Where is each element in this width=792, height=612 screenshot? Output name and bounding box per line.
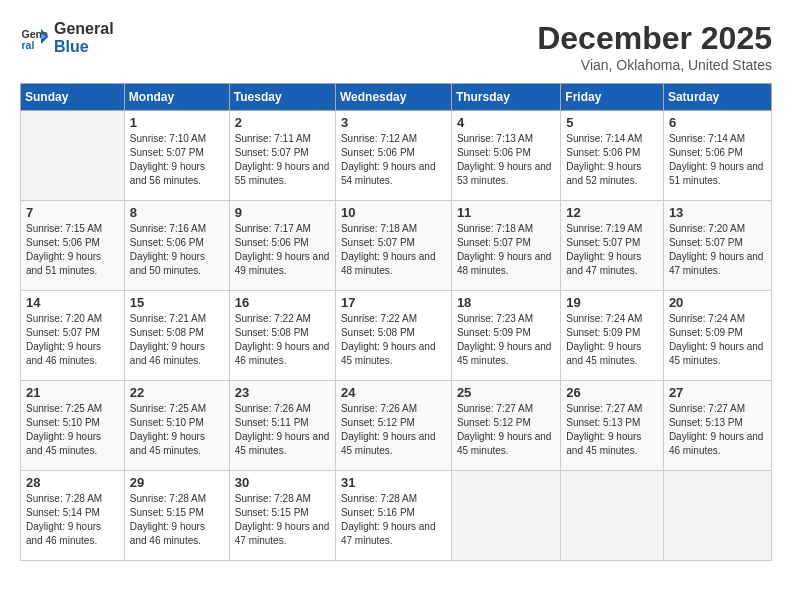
week-row-2: 7Sunrise: 7:15 AMSunset: 5:06 PMDaylight… [21, 201, 772, 291]
day-info: Sunrise: 7:18 AMSunset: 5:07 PMDaylight:… [457, 222, 555, 278]
calendar-cell: 16Sunrise: 7:22 AMSunset: 5:08 PMDayligh… [229, 291, 335, 381]
day-info: Sunrise: 7:19 AMSunset: 5:07 PMDaylight:… [566, 222, 658, 278]
calendar-cell: 23Sunrise: 7:26 AMSunset: 5:11 PMDayligh… [229, 381, 335, 471]
day-info: Sunrise: 7:28 AMSunset: 5:15 PMDaylight:… [130, 492, 224, 548]
calendar-cell: 5Sunrise: 7:14 AMSunset: 5:06 PMDaylight… [561, 111, 664, 201]
calendar-cell [21, 111, 125, 201]
day-number: 18 [457, 295, 555, 310]
calendar-cell: 21Sunrise: 7:25 AMSunset: 5:10 PMDayligh… [21, 381, 125, 471]
day-info: Sunrise: 7:17 AMSunset: 5:06 PMDaylight:… [235, 222, 330, 278]
day-info: Sunrise: 7:26 AMSunset: 5:12 PMDaylight:… [341, 402, 446, 458]
calendar-cell: 3Sunrise: 7:12 AMSunset: 5:06 PMDaylight… [335, 111, 451, 201]
day-info: Sunrise: 7:21 AMSunset: 5:08 PMDaylight:… [130, 312, 224, 368]
month-title: December 2025 [537, 20, 772, 57]
day-number: 31 [341, 475, 446, 490]
day-number: 2 [235, 115, 330, 130]
day-number: 8 [130, 205, 224, 220]
day-number: 28 [26, 475, 119, 490]
col-header-monday: Monday [124, 84, 229, 111]
calendar-cell: 2Sunrise: 7:11 AMSunset: 5:07 PMDaylight… [229, 111, 335, 201]
day-info: Sunrise: 7:27 AMSunset: 5:13 PMDaylight:… [566, 402, 658, 458]
calendar-cell [663, 471, 771, 561]
day-number: 27 [669, 385, 766, 400]
day-number: 19 [566, 295, 658, 310]
day-number: 13 [669, 205, 766, 220]
calendar-cell: 18Sunrise: 7:23 AMSunset: 5:09 PMDayligh… [451, 291, 560, 381]
header-row: SundayMondayTuesdayWednesdayThursdayFrid… [21, 84, 772, 111]
page-header: Gene ral General Blue December 2025 Vian… [20, 20, 772, 73]
calendar-cell: 8Sunrise: 7:16 AMSunset: 5:06 PMDaylight… [124, 201, 229, 291]
calendar-cell: 13Sunrise: 7:20 AMSunset: 5:07 PMDayligh… [663, 201, 771, 291]
calendar-cell: 29Sunrise: 7:28 AMSunset: 5:15 PMDayligh… [124, 471, 229, 561]
calendar-cell: 15Sunrise: 7:21 AMSunset: 5:08 PMDayligh… [124, 291, 229, 381]
day-number: 11 [457, 205, 555, 220]
calendar-cell: 26Sunrise: 7:27 AMSunset: 5:13 PMDayligh… [561, 381, 664, 471]
calendar-cell: 9Sunrise: 7:17 AMSunset: 5:06 PMDaylight… [229, 201, 335, 291]
day-info: Sunrise: 7:26 AMSunset: 5:11 PMDaylight:… [235, 402, 330, 458]
calendar-cell: 25Sunrise: 7:27 AMSunset: 5:12 PMDayligh… [451, 381, 560, 471]
day-number: 1 [130, 115, 224, 130]
calendar-cell: 31Sunrise: 7:28 AMSunset: 5:16 PMDayligh… [335, 471, 451, 561]
logo-icon: Gene ral [20, 23, 50, 53]
calendar-cell: 22Sunrise: 7:25 AMSunset: 5:10 PMDayligh… [124, 381, 229, 471]
calendar-cell: 4Sunrise: 7:13 AMSunset: 5:06 PMDaylight… [451, 111, 560, 201]
day-number: 3 [341, 115, 446, 130]
day-info: Sunrise: 7:10 AMSunset: 5:07 PMDaylight:… [130, 132, 224, 188]
col-header-friday: Friday [561, 84, 664, 111]
day-info: Sunrise: 7:14 AMSunset: 5:06 PMDaylight:… [566, 132, 658, 188]
week-row-4: 21Sunrise: 7:25 AMSunset: 5:10 PMDayligh… [21, 381, 772, 471]
day-info: Sunrise: 7:28 AMSunset: 5:15 PMDaylight:… [235, 492, 330, 548]
day-number: 23 [235, 385, 330, 400]
day-info: Sunrise: 7:27 AMSunset: 5:12 PMDaylight:… [457, 402, 555, 458]
calendar-cell: 27Sunrise: 7:27 AMSunset: 5:13 PMDayligh… [663, 381, 771, 471]
day-info: Sunrise: 7:24 AMSunset: 5:09 PMDaylight:… [669, 312, 766, 368]
day-info: Sunrise: 7:25 AMSunset: 5:10 PMDaylight:… [26, 402, 119, 458]
day-number: 22 [130, 385, 224, 400]
day-number: 29 [130, 475, 224, 490]
calendar-cell: 11Sunrise: 7:18 AMSunset: 5:07 PMDayligh… [451, 201, 560, 291]
logo-line1: General [54, 20, 114, 38]
calendar-cell: 17Sunrise: 7:22 AMSunset: 5:08 PMDayligh… [335, 291, 451, 381]
col-header-tuesday: Tuesday [229, 84, 335, 111]
calendar-cell: 6Sunrise: 7:14 AMSunset: 5:06 PMDaylight… [663, 111, 771, 201]
calendar-cell: 1Sunrise: 7:10 AMSunset: 5:07 PMDaylight… [124, 111, 229, 201]
day-info: Sunrise: 7:11 AMSunset: 5:07 PMDaylight:… [235, 132, 330, 188]
day-number: 9 [235, 205, 330, 220]
day-info: Sunrise: 7:18 AMSunset: 5:07 PMDaylight:… [341, 222, 446, 278]
day-number: 20 [669, 295, 766, 310]
day-number: 10 [341, 205, 446, 220]
day-info: Sunrise: 7:22 AMSunset: 5:08 PMDaylight:… [341, 312, 446, 368]
day-info: Sunrise: 7:24 AMSunset: 5:09 PMDaylight:… [566, 312, 658, 368]
day-number: 25 [457, 385, 555, 400]
day-info: Sunrise: 7:23 AMSunset: 5:09 PMDaylight:… [457, 312, 555, 368]
day-info: Sunrise: 7:12 AMSunset: 5:06 PMDaylight:… [341, 132, 446, 188]
day-number: 16 [235, 295, 330, 310]
col-header-wednesday: Wednesday [335, 84, 451, 111]
calendar-cell: 28Sunrise: 7:28 AMSunset: 5:14 PMDayligh… [21, 471, 125, 561]
day-info: Sunrise: 7:22 AMSunset: 5:08 PMDaylight:… [235, 312, 330, 368]
day-number: 21 [26, 385, 119, 400]
title-block: December 2025 Vian, Oklahoma, United Sta… [537, 20, 772, 73]
svg-text:ral: ral [22, 39, 35, 51]
day-info: Sunrise: 7:27 AMSunset: 5:13 PMDaylight:… [669, 402, 766, 458]
col-header-saturday: Saturday [663, 84, 771, 111]
day-number: 5 [566, 115, 658, 130]
calendar-cell: 12Sunrise: 7:19 AMSunset: 5:07 PMDayligh… [561, 201, 664, 291]
col-header-sunday: Sunday [21, 84, 125, 111]
logo: Gene ral General Blue [20, 20, 114, 56]
day-info: Sunrise: 7:28 AMSunset: 5:14 PMDaylight:… [26, 492, 119, 548]
day-info: Sunrise: 7:16 AMSunset: 5:06 PMDaylight:… [130, 222, 224, 278]
calendar-cell: 14Sunrise: 7:20 AMSunset: 5:07 PMDayligh… [21, 291, 125, 381]
day-number: 4 [457, 115, 555, 130]
day-info: Sunrise: 7:15 AMSunset: 5:06 PMDaylight:… [26, 222, 119, 278]
day-info: Sunrise: 7:20 AMSunset: 5:07 PMDaylight:… [26, 312, 119, 368]
calendar-cell: 20Sunrise: 7:24 AMSunset: 5:09 PMDayligh… [663, 291, 771, 381]
day-info: Sunrise: 7:28 AMSunset: 5:16 PMDaylight:… [341, 492, 446, 548]
calendar-cell [451, 471, 560, 561]
logo-line2: Blue [54, 38, 114, 56]
week-row-5: 28Sunrise: 7:28 AMSunset: 5:14 PMDayligh… [21, 471, 772, 561]
col-header-thursday: Thursday [451, 84, 560, 111]
calendar-cell [561, 471, 664, 561]
calendar-cell: 24Sunrise: 7:26 AMSunset: 5:12 PMDayligh… [335, 381, 451, 471]
day-number: 30 [235, 475, 330, 490]
